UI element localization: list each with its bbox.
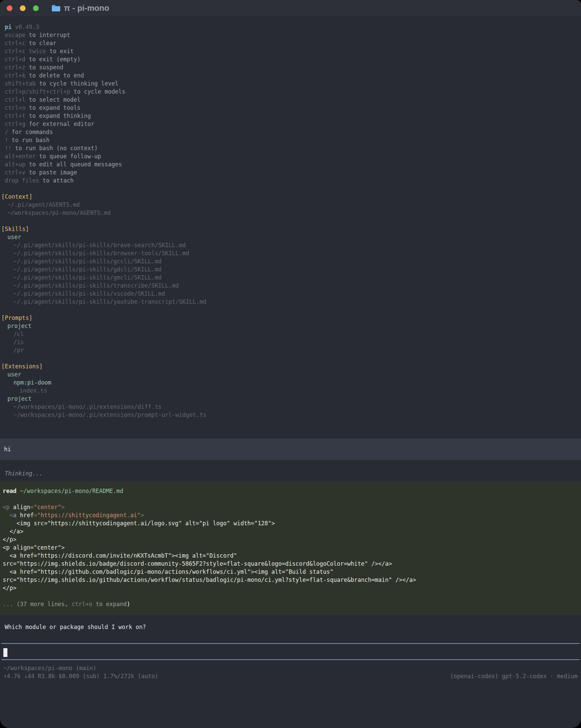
startup-section: [Context]~/.pi/agent/AGENTS.md~/workspac… [1,192,581,217]
section-item: project [1,322,581,330]
section-item: ~/.pi/agent/skills/pi-skills/gdcli/SKILL… [1,265,581,274]
terminal-window: π - pi-mono pi v0.49.3 escape to interru… [0,0,581,728]
code-line: </p> [3,584,578,592]
shortcut-row: drop files to attach [1,177,581,184]
section-item: /pr [1,346,581,354]
close-button[interactable] [7,5,12,11]
code-line: <p align="center"> [3,544,578,551]
section-item: /is [1,338,581,346]
tool-call-block: read ~/workspaces/pi-mono/README.md <p a… [0,482,581,615]
section-item: ~/workspaces/pi-mono/.pi/extensions/diff… [1,403,581,411]
section-item: ~/workspaces/pi-mono/AGENTS.md [1,209,581,217]
shortcut-row: ctrl+t to expand thinking [1,112,581,120]
text-cursor [3,648,7,657]
code-line: <a href="https://shittycodingagent.ai"> [3,511,578,519]
thinking-indicator: Thinking... [1,469,581,477]
section-item: user [1,233,581,241]
assistant-message: Which module or package should I work on… [1,623,581,631]
section-item: ~/.pi/agent/skills/pi-skills/browser-too… [1,249,581,257]
minimize-button[interactable] [20,5,26,11]
section-item: ~/.pi/agent/AGENTS.md [1,201,581,209]
code-line: </a> [3,527,578,536]
code-line: <p align="center"> [3,503,578,511]
shortcut-row: ctrl+v to paste image [1,168,581,177]
shortcut-row: shift+tab to cycle thinking level [1,79,581,87]
section-item: user [1,370,581,379]
app-banner: pi v0.49.3 [1,23,581,31]
prompt-input[interactable] [1,643,580,660]
section-header: [Context] [1,192,581,201]
shortcut-list: escape to interruptctrl+c to clearctrl+c… [1,31,581,184]
section-item: ~/.pi/agent/skills/pi-skills/transcribe/… [1,282,581,290]
tool-argument: ~/workspaces/pi-mono/README.md [20,488,123,494]
section-header: [Prompts] [1,314,581,322]
tool-call-header: read ~/workspaces/pi-mono/README.md [3,487,578,495]
user-message: hi [0,438,581,460]
window-title: π - pi-mono [64,3,109,13]
section-item: ~/.pi/agent/skills/pi-skills/gmcli/SKILL… [1,274,581,282]
section-item: index.ts [1,387,581,395]
shortcut-row: / for commands [1,128,581,136]
section-item: ~/.pi/agent/skills/pi-skills/brave-searc… [1,241,581,249]
status-bar: ~/workspaces/pi-mono (main) ↑4.7k ↓44 R3… [1,664,581,680]
app-name: pi [5,24,11,30]
startup-section: [Extensions]usernpm:pi-doomindex.tsproje… [1,362,581,419]
startup-section: [Skills]user~/.pi/agent/skills/pi-skills… [1,225,581,306]
blank-line [3,592,578,600]
shortcut-row: ! to run bash [1,136,581,144]
shortcut-row: ctrl+o to expand tools [1,104,581,112]
section-item: ~/.pi/agent/skills/pi-skills/gccli/SKILL… [1,257,581,265]
section-header: [Extensions] [1,362,581,370]
cwd-branch: ~/workspaces/pi-mono (main) [3,664,578,672]
section-item: project [1,395,581,403]
shortcut-row: ctrl+d to exit (empty) [1,55,581,63]
section-item: ~/.pi/agent/skills/pi-skills/vscode/SKIL… [1,290,581,298]
app-version: v0.49.3 [15,24,39,30]
shortcut-row: !! to run bash (no context) [1,144,581,152]
section-item: ~/.pi/agent/skills/pi-skills/youtube-tra… [1,298,581,306]
startup-sections: [Context]~/.pi/agent/AGENTS.md~/workspac… [1,192,581,419]
shortcut-row: ctrl+p/shift+ctrl+p to cycle models [1,87,581,96]
blank-line [3,495,578,503]
shortcut-row: ctrl+k to delete to end [1,71,581,79]
code-line: </p> [3,536,578,544]
model-info[interactable]: (openai-codex) gpt-5.2-codex · medium [450,672,578,680]
shortcut-row: ctrl+g for external editor [1,120,581,128]
shortcut-row: escape to interrupt [1,31,581,39]
shortcut-row: ctrl+l to select model [1,96,581,104]
section-item: npm:pi-doom [1,379,581,387]
shortcut-row: ctrl+z to suspend [1,63,581,71]
section-header: [Skills] [1,225,581,233]
truncation-notice[interactable]: ... (37 more lines, ctrl+o to expand) [3,600,578,608]
code-line: src="https://img.shields.io/badge/discor… [3,560,578,568]
shortcut-row: alt+up to edit all queued messages [1,160,581,168]
window-titlebar: π - pi-mono [0,0,581,16]
maximize-button[interactable] [33,5,39,11]
shortcut-row: ctrl+c twice to exit [1,47,581,55]
code-line: src="https://img.shields.io/github/actio… [3,576,578,584]
code-line: <a href="https://discord.com/invite/nKXT… [3,551,578,560]
startup-section: [Prompts]project/cl/is/pr [1,314,581,354]
code-line: <a href="https://github.com/badlogic/pi-… [3,568,578,576]
folder-icon [52,4,60,12]
code-line: <img src="https://shittycodingagent.ai/l… [3,519,578,527]
section-item: /cl [1,330,581,338]
shortcut-row: ctrl+c to clear [1,39,581,47]
tool-name: read [3,488,17,494]
tool-output-code: <p align="center"> <a href="https://shit… [3,503,578,592]
section-item: ~/workspaces/pi-mono/.pi/extensions/prom… [1,411,581,419]
terminal-content: pi v0.49.3 escape to interruptctrl+c to … [0,16,581,728]
shortcut-row: alt+enter to queue follow-up [1,152,581,160]
token-stats: ↑4.7k ↓44 R3.8k $0.009 (sub) 1.7%/272k (… [3,672,159,680]
